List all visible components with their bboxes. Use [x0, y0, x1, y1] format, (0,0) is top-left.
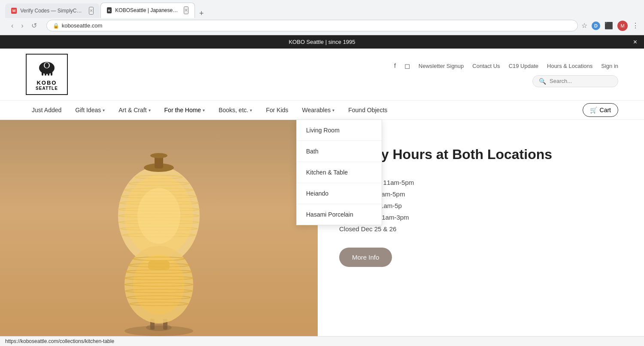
sign-in-link[interactable]: Sign in — [601, 63, 618, 69]
extensions-icon[interactable]: ⬛ — [605, 21, 613, 30]
status-bar: https://koboseattle.com/collections/kitc… — [0, 336, 644, 346]
cart-button[interactable]: 🛒 Cart — [583, 103, 618, 117]
back-button[interactable]: ‹ — [9, 20, 16, 31]
tab-2-label: KOBOSeattle | Japanese + Nort… — [115, 7, 179, 13]
header-nav: f ◻ Newsletter Signup Contact Us C19 Upd… — [394, 62, 618, 70]
svg-rect-6 — [48, 72, 49, 76]
done-badge: D — [592, 21, 600, 30]
newsletter-signup-link[interactable]: Newsletter Signup — [419, 63, 464, 69]
address-bar-row: ‹ › ↺ 🔒 koboseattle.com ☆ D ⬛ M ⋮ — [0, 18, 644, 35]
nav-found-objects[interactable]: Found Objects — [342, 101, 393, 119]
art-craft-chevron: ▾ — [149, 108, 151, 113]
logo-box: KOBO SEATTLE — [26, 54, 68, 95]
notification-bar: KOBO Seattle | since 1995 × — [0, 35, 644, 49]
tab-bar: M Verify Codes — SimplyCodes × K KOBOSea… — [0, 0, 644, 18]
svg-point-39 — [125, 326, 193, 336]
address-bar[interactable]: 🔒 koboseattle.com — [46, 20, 578, 31]
tab-1-favicon: M — [11, 8, 17, 14]
nav-wearables[interactable]: Wearables ▾ — [296, 101, 341, 119]
logo[interactable]: KOBO SEATTLE — [26, 54, 68, 95]
forward-button[interactable]: › — [18, 20, 26, 31]
status-url: https://koboseattle.com/collections/kitc… — [5, 338, 114, 344]
svg-point-24 — [137, 188, 180, 244]
lamp-svg — [77, 130, 240, 336]
notification-text: KOBO Seattle | since 1995 — [289, 39, 355, 45]
menu-icon[interactable]: ⋮ — [632, 21, 639, 30]
browser-chrome: M Verify Codes — SimplyCodes × K KOBOSea… — [0, 0, 644, 35]
lamp-container — [0, 120, 318, 346]
contact-us-link[interactable]: Contact Us — [472, 63, 500, 69]
dropdown-heiando[interactable]: Heiando — [297, 183, 382, 204]
dropdown-bath[interactable]: Bath — [297, 141, 382, 162]
dropdown-kitchen-table[interactable]: Kitchen & Table — [297, 162, 382, 183]
tab-2[interactable]: K KOBOSeattle | Japanese + Nort… × — [100, 3, 195, 18]
wearables-chevron: ▾ — [332, 108, 334, 113]
browser-nav: ‹ › ↺ — [5, 20, 43, 31]
gift-ideas-chevron: ▾ — [103, 108, 105, 113]
svg-rect-5 — [45, 72, 46, 76]
search-bar[interactable]: 🔍 — [532, 75, 618, 87]
facebook-icon[interactable]: f — [394, 62, 396, 69]
svg-rect-7 — [51, 71, 52, 76]
logo-image — [32, 58, 62, 80]
books-chevron: ▾ — [250, 108, 252, 113]
instagram-icon[interactable]: ◻ — [404, 62, 410, 70]
browser-actions: ☆ D ⬛ M ⋮ — [581, 21, 639, 31]
dropdown-living-room[interactable]: Living Room — [297, 120, 382, 141]
c19-update-link[interactable]: C19 Update — [509, 63, 538, 69]
for-the-home-chevron: ▾ — [203, 108, 205, 113]
nav-art-craft[interactable]: Art & Craft ▾ — [112, 101, 156, 119]
nav-items: Just Added Gift Ideas ▾ Art & Craft ▾ Fo… — [26, 101, 618, 119]
svg-point-3 — [45, 63, 49, 68]
cart-label: Cart — [600, 107, 611, 113]
svg-point-8 — [50, 67, 54, 70]
site-header: KOBO SEATTLE f ◻ Newsletter Signup Conta… — [0, 49, 644, 101]
nav-just-added[interactable]: Just Added — [26, 101, 67, 119]
nav-books[interactable]: Books, etc. ▾ — [213, 101, 258, 119]
nav-for-kids[interactable]: For Kids — [260, 101, 294, 119]
profile-icon[interactable]: M — [617, 21, 628, 31]
svg-rect-35 — [148, 261, 170, 269]
notification-close[interactable]: × — [633, 38, 637, 46]
more-info-button[interactable]: More Info — [339, 248, 392, 267]
new-tab-button[interactable]: + — [196, 9, 207, 18]
refresh-button[interactable]: ↺ — [29, 20, 39, 31]
tab-1[interactable]: M Verify Codes — SimplyCodes × — [5, 3, 100, 18]
hours-locations-link[interactable]: Hours & Locations — [547, 63, 592, 69]
for-the-home-dropdown: Living Room Bath Kitchen & Table Heiando… — [296, 119, 382, 225]
tab-1-label: Verify Codes — SimplyCodes — [20, 8, 84, 14]
search-icon: 🔍 — [539, 78, 546, 85]
tab-1-close[interactable]: × — [89, 7, 94, 15]
nav-gift-ideas[interactable]: Gift Ideas ▾ — [69, 101, 111, 119]
dropdown-hasami-porcelain[interactable]: Hasami Porcelain — [297, 204, 382, 225]
hero-image — [0, 120, 318, 346]
site-nav: Just Added Gift Ideas ▾ Art & Craft ▾ Fo… — [0, 101, 644, 120]
svg-rect-4 — [42, 71, 43, 76]
nav-for-the-home[interactable]: For the Home ▾ — [158, 101, 211, 119]
cart-icon: 🛒 — [590, 107, 597, 113]
url-text: koboseattle.com — [62, 22, 103, 29]
bookmark-icon[interactable]: ☆ — [581, 21, 587, 30]
svg-point-38 — [150, 153, 167, 158]
cart-area: 🛒 Cart — [583, 103, 618, 117]
logo-text: KOBO SEATTLE — [36, 80, 58, 91]
tab-2-favicon: K — [107, 7, 112, 13]
tab-2-close[interactable]: × — [184, 6, 188, 14]
search-input[interactable] — [550, 78, 614, 84]
lock-icon: 🔒 — [53, 23, 59, 29]
